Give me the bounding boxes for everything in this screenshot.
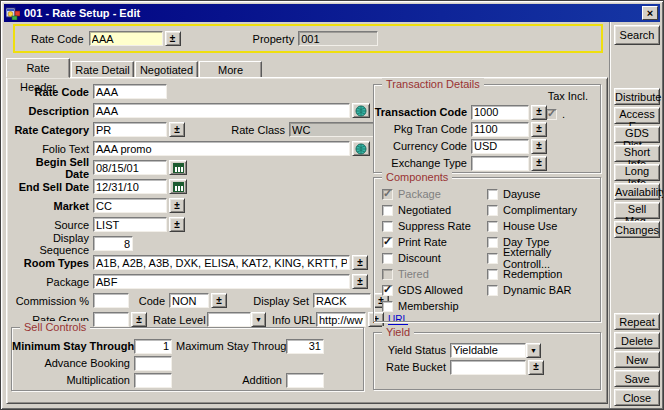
rate-category-lov-button[interactable]: ± [169,122,185,137]
room-types-lov-button[interactable]: ± [352,255,368,270]
rate-bucket-lov-button[interactable]: ± [528,360,544,375]
checkbox-box[interactable] [382,285,393,296]
short-info-button[interactable]: Short Info [614,145,660,162]
rate-group-input[interactable] [93,312,129,327]
checkbox-house-use[interactable]: House Use [487,219,557,233]
checkbox-negotiated[interactable]: Negotiated [382,203,451,217]
checkbox-redemption[interactable]: Redemption [487,267,562,281]
begin-sell-date-input[interactable] [93,160,167,175]
checkbox-box[interactable] [487,269,498,280]
checkbox-dynamic-bar[interactable]: Dynamic BAR [487,283,571,297]
checkbox-box[interactable] [487,221,498,232]
checkbox-box[interactable] [382,301,393,312]
addition-input[interactable] [286,373,324,388]
checkbox-box[interactable] [487,285,498,296]
checkbox-print-rate[interactable]: Print Rate [382,235,447,249]
tab-rate-detail[interactable]: Rate Detail [71,61,134,78]
checkbox-externally-controlled[interactable]: Externally Controll... [487,251,600,265]
checkbox-box[interactable] [487,253,498,264]
checkbox-box[interactable] [382,205,393,216]
room-types-label: Room Types [9,257,89,269]
begin-sell-date-calendar-button[interactable] [169,160,187,175]
room-types-input[interactable] [93,255,350,270]
rate-level-select[interactable] [207,312,251,327]
exchange-type-lov-button[interactable]: ± [531,156,547,171]
advance-booking-label: Advance Booking [12,357,130,369]
delete-button[interactable]: Delete [614,332,660,349]
market-input[interactable] [93,198,167,213]
checkbox-discount[interactable]: Discount [382,251,441,265]
currency-code-input[interactable] [471,139,529,154]
display-set-input[interactable] [313,293,371,308]
description-input[interactable] [93,103,350,118]
lov-icon: ± [174,200,180,211]
exchange-type-input[interactable] [471,156,529,171]
info-url-input[interactable] [316,312,366,327]
checkbox-gds-allowed[interactable]: GDS Allowed [382,283,463,297]
checkbox-box[interactable] [487,205,498,216]
pkg-tran-code-input[interactable] [471,122,529,137]
rate-group-lov-button[interactable]: ± [131,312,147,327]
save-button[interactable]: Save [614,370,660,387]
transaction-details-title: Transaction Details [382,78,484,90]
checkbox-box[interactable] [382,253,393,264]
folio-text-language-button[interactable] [352,141,370,156]
currency-code-lov-button[interactable]: ± [531,139,547,154]
tab-rate-header[interactable]: Rate Header [6,58,70,78]
distribute-button[interactable]: Distribute [614,88,660,105]
commission-code-input[interactable] [169,293,209,308]
checkbox-box[interactable] [382,221,393,232]
title-bar[interactable]: 001 - Rate Setup - Edit × [4,4,660,22]
long-info-button[interactable]: Long Info [614,164,660,181]
commission-pct-input[interactable] [93,293,129,308]
checkbox-complimentary[interactable]: Complimentary [487,203,577,217]
source-lov-button[interactable]: ± [169,217,185,232]
checkbox-box[interactable] [382,237,393,248]
yield-group: Yield Yield Status ▼ Rate Bucket ± [373,332,601,390]
rate-code-input[interactable] [93,84,167,99]
min-stay-input[interactable] [134,339,172,354]
end-sell-date-calendar-button[interactable] [169,179,187,194]
package-input[interactable] [93,274,350,289]
tab-negotiated[interactable]: Negotiated [135,61,198,78]
app-icon[interactable] [6,7,20,20]
rate-level-dropdown-button[interactable]: ▼ [251,312,266,327]
market-lov-button[interactable]: ± [169,198,185,213]
checkbox-suppress-rate[interactable]: Suppress Rate [382,219,471,233]
checkbox-dayuse[interactable]: Dayuse [487,187,540,201]
checkbox-box[interactable] [487,237,498,248]
tab-more[interactable]: More [199,61,262,78]
end-sell-date-input[interactable] [93,179,167,194]
description-language-button[interactable] [352,103,370,118]
rate-category-input[interactable] [93,122,167,137]
new-button[interactable]: New [614,351,660,368]
repeat-button[interactable]: Repeat [614,313,660,330]
checkbox-box[interactable] [487,189,498,200]
commission-code-lov-button[interactable]: ± [211,293,227,308]
pkg-tran-code-lov-button[interactable]: ± [531,122,547,137]
yield-status-select[interactable] [450,343,526,358]
query-rate-code-input[interactable] [89,31,163,46]
access-e-button[interactable]: Access E... [614,107,660,124]
changes-button[interactable]: Changes [614,221,660,238]
rate-bucket-input[interactable] [450,360,526,375]
advance-booking-input[interactable] [134,356,172,371]
transaction-code-lov-button[interactable]: ± [531,105,547,120]
market-label: Market [9,200,89,212]
sell-msg-button[interactable]: Sell Msg. [614,202,660,219]
source-input[interactable] [93,217,167,232]
search-button[interactable]: Search [614,25,660,45]
availability-button[interactable]: Availability [614,183,660,200]
package-lov-button[interactable]: ± [352,274,368,289]
yield-status-dropdown-button[interactable]: ▼ [526,343,541,358]
close-window-button[interactable]: × [642,6,658,20]
gds-dist-button[interactable]: GDS Dist... [614,126,660,143]
max-stay-input[interactable] [286,339,324,354]
rate-code-lov-button[interactable]: ± [165,31,181,46]
close-button[interactable]: Close [614,389,660,406]
multiplication-input[interactable] [134,373,172,388]
display-sequence-input[interactable] [93,236,133,251]
checkbox-membership[interactable]: Membership [382,299,459,313]
folio-text-input[interactable] [93,141,350,156]
transaction-code-input[interactable] [471,105,529,120]
